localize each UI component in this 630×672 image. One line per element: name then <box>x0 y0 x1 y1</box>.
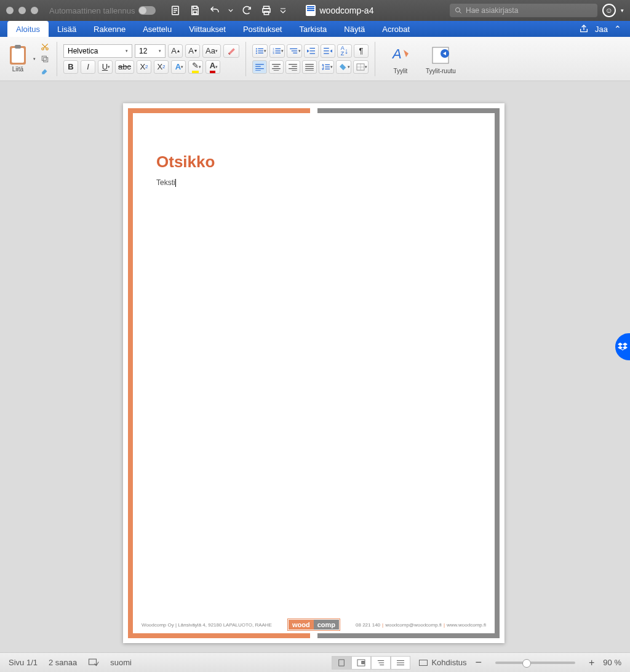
highlight-button[interactable]: ✎ ▾ <box>188 60 203 74</box>
svg-point-11 <box>256 48 257 49</box>
undo-icon[interactable] <box>209 4 221 17</box>
tab-asettelu[interactable]: Asettelu <box>134 21 180 37</box>
shrink-font-button[interactable]: A▾ <box>185 44 200 58</box>
subscript-button[interactable]: X2 <box>137 60 151 74</box>
collapse-ribbon-icon[interactable]: ⌃ <box>614 24 621 34</box>
autosave-label: Automaattinen tallennus <box>49 6 135 15</box>
body-text: Teksti <box>156 178 175 187</box>
align-center-button[interactable] <box>269 60 284 74</box>
autosave-toggle[interactable] <box>138 6 156 15</box>
superscript-button[interactable]: X2 <box>154 60 169 74</box>
minimize-window-button[interactable] <box>18 7 26 14</box>
save-icon[interactable] <box>189 4 201 17</box>
titlebar: Automaattinen tallennus woodcomp-a4 Hae … <box>0 0 630 21</box>
tab-tarkista[interactable]: Tarkista <box>290 21 335 37</box>
svg-rect-30 <box>324 50 329 51</box>
zoom-slider[interactable] <box>495 662 575 664</box>
new-doc-icon[interactable] <box>169 4 181 17</box>
language-indicator[interactable]: suomi <box>110 658 132 667</box>
tab-nayta[interactable]: Näytä <box>335 21 373 37</box>
zoom-in-button[interactable]: + <box>589 657 594 668</box>
page-indicator[interactable]: Sivu 1/1 <box>9 658 38 667</box>
footer-logo: wood comp <box>287 619 340 631</box>
line-spacing-button[interactable]: ▾ <box>319 60 334 74</box>
focus-mode-button[interactable]: Kohdistus <box>419 658 466 667</box>
share-icon[interactable] <box>579 24 589 34</box>
ribbon-toolbar: Liitä ▾ Helvetica▾ 12▾ A▴ A▾ Aa▾ B I U ▾… <box>0 37 630 81</box>
multilevel-list-button[interactable]: ▾ <box>287 44 302 58</box>
redo-icon[interactable] <box>241 4 253 17</box>
draft-view-button[interactable] <box>391 656 410 670</box>
feedback-dropdown-icon[interactable]: ▾ <box>621 7 624 14</box>
tab-viittaukset[interactable]: Viittaukset <box>180 21 234 37</box>
shading-button[interactable]: ▾ <box>336 60 351 74</box>
word-count[interactable]: 2 sanaa <box>49 658 77 667</box>
page[interactable]: Otsikko Teksti Woodcomp Oy | Länsiväylä … <box>123 103 504 643</box>
web-layout-view-button[interactable] <box>351 656 371 670</box>
styles-button[interactable]: A Tyylit <box>388 42 413 76</box>
autosave-toggle-group: Automaattinen tallennus <box>49 6 156 15</box>
share-label[interactable]: Jaa <box>595 25 608 34</box>
search-icon <box>455 7 462 14</box>
print-icon[interactable] <box>260 4 273 17</box>
decrease-indent-button[interactable] <box>304 44 319 58</box>
maximize-window-button[interactable] <box>31 7 38 14</box>
close-window-button[interactable] <box>6 7 14 14</box>
align-right-button[interactable] <box>285 60 300 74</box>
borders-button[interactable]: ▾ <box>353 60 369 74</box>
change-case-button[interactable]: Aa▾ <box>202 44 221 58</box>
svg-rect-2 <box>193 11 197 14</box>
svg-rect-10 <box>42 56 46 60</box>
zoom-level[interactable]: 90 % <box>603 658 621 667</box>
paste-dropdown-icon[interactable]: ▾ <box>33 57 36 61</box>
bold-button[interactable]: B <box>63 60 78 74</box>
tab-rakenne[interactable]: Rakenne <box>85 21 134 37</box>
document-body[interactable]: Teksti <box>156 178 176 187</box>
svg-rect-40 <box>89 659 97 665</box>
paste-button[interactable]: Liitä <box>6 44 30 74</box>
outline-view-button[interactable] <box>371 656 391 670</box>
font-color-button[interactable]: A ▾ <box>205 60 220 74</box>
tab-acrobat[interactable]: Acrobat <box>373 21 418 37</box>
numbered-list-button[interactable]: 123 ▾ <box>269 44 285 58</box>
document-canvas[interactable]: Otsikko Teksti Woodcomp Oy | Länsiväylä … <box>0 81 630 652</box>
grow-font-button[interactable]: A▴ <box>168 44 183 58</box>
svg-rect-35 <box>325 68 330 69</box>
align-justify-button[interactable] <box>302 60 317 74</box>
align-left-button[interactable] <box>252 60 267 74</box>
underline-button[interactable]: U ▾ <box>98 60 113 74</box>
spellcheck-icon[interactable] <box>88 658 99 668</box>
focus-label: Kohdistus <box>431 658 466 667</box>
svg-rect-16 <box>258 52 263 53</box>
print-layout-view-button[interactable] <box>332 656 351 670</box>
svg-rect-43 <box>362 661 364 663</box>
bullet-list-button[interactable]: ▾ <box>252 44 268 58</box>
svg-rect-23 <box>290 48 297 49</box>
copy-icon[interactable] <box>39 53 50 65</box>
font-size-select[interactable]: 12▾ <box>135 44 165 58</box>
dropbox-badge[interactable] <box>615 333 630 360</box>
cut-icon[interactable] <box>39 41 50 52</box>
page-border-bottom <box>128 633 500 638</box>
increase-indent-button[interactable] <box>321 44 335 58</box>
document-title[interactable]: Otsikko <box>156 152 215 172</box>
tab-aloitus[interactable]: Aloitus <box>7 21 49 37</box>
svg-rect-20 <box>275 50 281 51</box>
separator <box>245 42 246 76</box>
qat-customize-icon[interactable] <box>280 4 286 17</box>
text-effects-button[interactable]: A ▾ <box>171 60 186 74</box>
zoom-out-button[interactable]: − <box>476 656 482 669</box>
styles-pane-button[interactable]: Tyylit-ruutu <box>423 42 458 76</box>
undo-dropdown-icon[interactable] <box>228 4 233 17</box>
strikethrough-button[interactable]: abc <box>115 60 134 74</box>
format-painter-icon[interactable] <box>39 66 50 77</box>
tab-postitukset[interactable]: Postitukset <box>234 21 291 37</box>
font-name-select[interactable]: Helvetica▾ <box>63 44 132 58</box>
feedback-smiley-icon[interactable]: ☺ <box>602 4 616 17</box>
italic-button[interactable]: I <box>81 60 95 74</box>
clear-formatting-button[interactable] <box>223 44 239 58</box>
tab-lisaa[interactable]: Lisää <box>49 21 85 37</box>
sort-az-button[interactable]: AZ↓ <box>337 44 352 58</box>
show-marks-button[interactable]: ¶ <box>354 44 369 58</box>
search-box[interactable]: Hae asiakirjasta <box>450 4 597 17</box>
